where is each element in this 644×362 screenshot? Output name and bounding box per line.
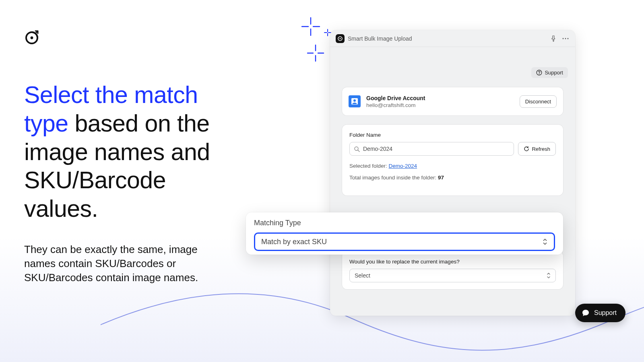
image-count-row: Total images found inside the folder: 97 <box>349 175 556 181</box>
matching-type-value: Match by exact SKU <box>261 238 327 246</box>
app-window: Smart Bulk Image Upload Support Google D… <box>330 30 575 316</box>
matching-type-label: Matching Type <box>254 219 555 227</box>
avatar <box>349 95 361 107</box>
support-chip[interactable]: Support <box>575 304 625 322</box>
marketing-subtext: They can be exactly the same, image name… <box>24 243 229 285</box>
chat-bubble-icon <box>582 309 590 317</box>
replace-label: Would you like to replace the current im… <box>349 259 556 265</box>
svg-point-20 <box>539 74 540 74</box>
more-icon[interactable] <box>561 35 570 43</box>
folder-card: Folder Name Demo-2024 Refresh Selected f… <box>342 125 563 195</box>
svg-point-15 <box>340 38 341 39</box>
window-titlebar: Smart Bulk Image Upload <box>330 30 575 47</box>
app-logo <box>24 30 242 45</box>
replace-select-value: Select <box>355 272 370 279</box>
sparkle-icon <box>300 16 321 37</box>
replace-select[interactable]: Select <box>349 269 556 282</box>
svg-point-22 <box>353 99 356 102</box>
replace-card: Would you like to replace the current im… <box>342 251 563 289</box>
account-title: Google Drive Account <box>366 95 520 101</box>
svg-point-18 <box>568 38 569 39</box>
window-title: Smart Bulk Image Upload <box>348 35 412 42</box>
folder-search-value: Demo-2024 <box>363 146 392 152</box>
search-icon <box>354 146 360 152</box>
refresh-button[interactable]: Refresh <box>518 142 556 156</box>
svg-point-1 <box>31 37 33 39</box>
app-icon <box>336 34 345 43</box>
account-card: Google Drive Account hello@craftshift.co… <box>342 87 563 115</box>
account-email: hello@craftshift.com <box>366 102 520 108</box>
sparkle-icon <box>306 43 325 63</box>
svg-point-17 <box>565 38 566 39</box>
chevron-updown-icon <box>546 272 551 279</box>
help-icon <box>536 70 542 76</box>
support-button-label: Support <box>545 70 563 76</box>
support-chip-label: Support <box>594 309 617 317</box>
disconnect-button[interactable]: Disconnect <box>520 95 557 108</box>
selected-folder-row: Selected folder: Demo-2024 <box>349 163 556 169</box>
marketing-headline: Select the match type based on the image… <box>24 81 242 223</box>
refresh-icon <box>524 146 529 152</box>
svg-line-24 <box>358 150 359 152</box>
chevron-updown-icon <box>542 237 548 246</box>
folder-label: Folder Name <box>349 132 556 138</box>
svg-point-16 <box>563 38 564 39</box>
pin-icon[interactable] <box>549 35 557 43</box>
folder-search-input[interactable]: Demo-2024 <box>349 142 514 156</box>
selected-folder-link[interactable]: Demo-2024 <box>389 163 417 169</box>
matching-type-card: Matching Type Match by exact SKU <box>246 212 563 255</box>
support-button[interactable]: Support <box>531 67 568 78</box>
matching-type-select[interactable]: Match by exact SKU <box>254 232 555 251</box>
